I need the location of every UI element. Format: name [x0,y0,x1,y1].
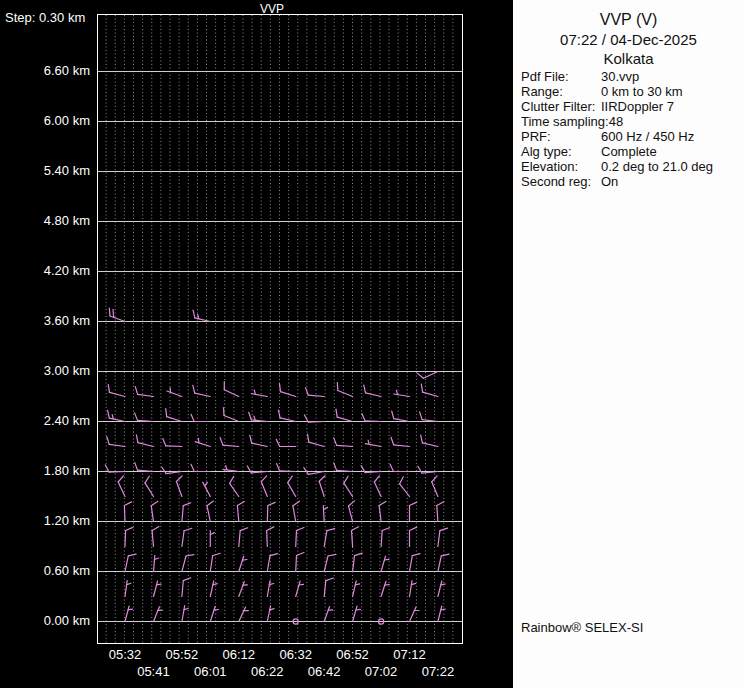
x-axis-label: 05:41 [137,664,170,679]
wind-barb [420,412,438,422]
wind-barb [391,437,410,446]
wind-barb [324,529,335,547]
parameter-row: Pdf File:30.vvp [521,69,742,84]
wind-barb [278,410,295,421]
wind-barb [237,502,244,522]
parameter-row: Alg type:Complete [521,144,742,159]
wind-barb [203,482,211,496]
wind-barb [410,554,421,572]
wind-barb [438,581,445,597]
parameter-value: IIRDoppler 7 [601,99,674,114]
x-axis: 05:3205:5206:1206:3206:5207:1205:4106:01… [0,645,513,685]
wind-profile-chart-region: Step: 0.30 km VVP 6.60 km6.00 km5.40 km4… [0,0,513,688]
parameter-label: Clutter Filter: [521,99,601,114]
wind-barb [438,528,448,546]
wind-barb [191,414,210,421]
y-axis-label: 1.80 km [0,463,90,479]
wind-barb [432,476,438,497]
wind-barb [224,382,239,397]
y-axis-label: 0.00 km [0,613,90,629]
y-axis-label: 0.60 km [0,563,90,579]
wind-barb [392,411,410,422]
y-axis-label: 4.80 km [0,213,90,229]
wind-barb [296,581,304,596]
wind-barb [344,476,353,496]
wind-barb [108,385,125,397]
parameter-label: Pdf File: [521,69,601,84]
wind-barb [193,310,210,321]
wind-barb [306,388,325,397]
wind-barb [267,554,278,572]
wind-barb [182,528,192,546]
wind-barb [239,607,249,622]
wind-barb [125,606,133,622]
wind-barb [167,388,182,397]
product-title: VVP (V) [513,11,744,29]
y-axis-label: 1.20 km [0,513,90,529]
wind-barb [124,502,131,522]
wind-barb [154,556,159,572]
wind-barb [191,464,210,471]
wind-barb [410,527,417,546]
y-axis-label: 3.60 km [0,313,90,329]
wind-barb [353,606,361,621]
product-parameters: Pdf File:30.vvpRange:0 km to 30 kmClutte… [521,69,742,189]
wind-barb [176,476,182,497]
wind-barb [252,390,268,396]
wind-barb [437,502,444,522]
wind-barb [379,501,386,521]
wind-barb [125,581,131,597]
wind-barb [293,501,300,521]
wind-barb [296,553,304,572]
parameter-label: Time sampling: [521,114,609,129]
wind-barb [109,308,125,321]
wind-barb [267,502,275,521]
x-axis-label: 07:02 [365,664,398,679]
wind-barb [381,581,389,596]
y-axis-label: 6.00 km [0,113,90,129]
wind-barb [421,384,438,396]
wind-barb [135,387,153,397]
wind-barb [154,581,162,597]
wind-barb [210,581,217,597]
parameter-row: Elevation:0.2 deg to 21.0 deg [521,159,742,174]
wind-barb [410,581,416,597]
wind-barb [353,553,363,571]
info-panel: VVP (V) 07:22 / 04-Dec-2025 Kolkata Pdf … [513,0,744,688]
wind-barb [324,578,333,597]
wind-barb [136,435,153,447]
x-axis-label: 05:52 [166,647,199,662]
wind-barb [288,476,296,496]
x-axis-label: 06:12 [223,647,256,662]
wind-barb [267,581,273,597]
wind-barb [230,477,239,497]
parameter-value: 0.2 deg to 21.0 deg [601,159,713,174]
wind-barb [400,477,410,497]
wind-barb [249,412,268,421]
parameter-row: Time sampling:48 [521,114,742,129]
wind-barb [210,606,218,621]
wind-barb [193,385,210,396]
wind-barb [182,578,191,597]
plot-frame [98,15,463,644]
wind-barb [224,408,239,422]
wind-barb [296,528,304,547]
parameter-label: PRF: [521,129,601,144]
parameter-label: Second reg: [521,174,601,189]
wind-barb [362,414,381,422]
x-axis-label: 07:12 [393,647,426,662]
x-axis-label: 06:52 [336,647,369,662]
parameter-row: Clutter Filter:IIRDoppler 7 [521,99,742,114]
wind-barb [390,464,409,471]
parameter-value: 48 [609,114,623,129]
x-axis-label: 05:32 [109,647,142,662]
plot-area [97,14,463,644]
wind-barb [277,464,296,472]
wind-barb [349,501,355,522]
wind-barb [410,502,417,521]
parameter-row: Second reg:On [521,174,742,189]
wind-barb [381,556,389,571]
wind-barb [308,434,325,446]
wind-barb [145,476,154,496]
wind-barb [247,466,267,473]
